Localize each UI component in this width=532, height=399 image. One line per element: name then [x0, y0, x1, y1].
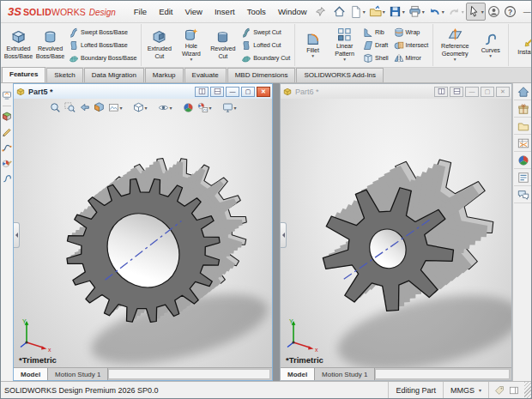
ribbon-button-lofted-boss-base[interactable]: Lofted Boss/Base: [67, 39, 138, 51]
appearance-edit-button[interactable]: [2, 158, 12, 168]
chevron-down-icon[interactable]: ▾: [481, 9, 484, 15]
pin-menu-icon[interactable]: [315, 6, 326, 17]
help-button[interactable]: ?: [502, 3, 518, 21]
feature-tree-collapse-handle[interactable]: [14, 222, 20, 248]
tile-h-button[interactable]: [450, 87, 463, 97]
ribbon-button-revolved-cut[interactable]: Revolved Cut: [207, 29, 239, 61]
appearances-tab[interactable]: [514, 152, 532, 169]
tab-evaluate[interactable]: Evaluate: [184, 68, 227, 82]
view-palette-tab[interactable]: [514, 135, 532, 152]
select-arrow-button[interactable]: ▾: [466, 3, 486, 21]
chevron-down-icon[interactable]: ▾: [462, 9, 464, 15]
chevron-down-icon[interactable]: ▾: [454, 57, 456, 63]
chevron-down-icon[interactable]: ▾: [119, 105, 122, 111]
viewport-part5-header[interactable]: Part5 * —▢✕: [14, 84, 272, 99]
previous-view-button[interactable]: [77, 101, 90, 114]
edit-part-button[interactable]: [2, 112, 12, 122]
pin-menu-icon[interactable]: [315, 6, 326, 17]
ribbon-button-swept-cut[interactable]: Swept Cut: [239, 26, 292, 39]
chevron-down-icon[interactable]: ▾: [422, 9, 425, 15]
tab-sketch[interactable]: Sketch: [46, 68, 82, 82]
doc-tab-model[interactable]: Model: [14, 368, 48, 380]
ribbon-button-boundary-boss-base[interactable]: Boundary Boss/Base: [67, 51, 138, 64]
viewport-part6-header[interactable]: Part6 * —▢✕: [281, 84, 511, 99]
ribbon-button-revolved-boss-base[interactable]: Revolved Boss/Base: [34, 29, 66, 61]
annotation-views-button[interactable]: ▾: [106, 101, 123, 114]
menu-file[interactable]: File: [128, 3, 153, 20]
tab-data-migration[interactable]: Data Migration: [84, 68, 144, 82]
ribbon-button-draft[interactable]: Draft: [361, 39, 390, 51]
account-button[interactable]: [486, 3, 502, 21]
restore-button[interactable]: ▢: [241, 87, 255, 97]
ribbon-button-curves[interactable]: Curves▾: [475, 31, 506, 60]
menu-view[interactable]: View: [179, 3, 209, 20]
ribbon-button-shell[interactable]: Shell: [361, 51, 390, 64]
ribbon-button-swept-boss-base[interactable]: Swept Boss/Base: [67, 26, 138, 39]
ribbon-button-boundary-cut[interactable]: Boundary Cut: [239, 51, 292, 64]
chevron-down-icon[interactable]: ▾: [383, 9, 385, 15]
resize-grip[interactable]: [524, 382, 531, 398]
ribbon-button-rib[interactable]: Rib: [361, 26, 390, 39]
model-canvas-part6[interactable]: Yx *Trimetric: [281, 99, 511, 367]
section-view-button[interactable]: [92, 101, 105, 114]
print-button[interactable]: ▾: [407, 3, 426, 21]
ribbon-button-extruded-cut[interactable]: Extruded Cut: [143, 29, 175, 61]
ribbon-button-hole-wizard[interactable]: Hole Wizard▾: [175, 27, 207, 63]
tile-h-button[interactable]: [210, 87, 224, 97]
chevron-down-icon[interactable]: ▾: [402, 9, 405, 15]
ribbon-button-wrap[interactable]: Wrap: [392, 26, 431, 39]
home-button[interactable]: [331, 3, 348, 21]
new-doc-button[interactable]: ▾: [348, 3, 367, 21]
model-canvas-part5[interactable]: ▾▾▾▾▾ Yx *Trimetric: [14, 99, 272, 367]
chevron-down-icon[interactable]: ▾: [169, 105, 172, 111]
restore-button[interactable]: ▢: [481, 87, 494, 97]
chevron-down-icon[interactable]: ▾: [442, 9, 444, 15]
close-button[interactable]: ✕: [257, 87, 270, 97]
tile-v-button[interactable]: [195, 87, 209, 97]
chevron-down-icon[interactable]: ▾: [489, 54, 492, 59]
resources-tab[interactable]: [514, 100, 532, 118]
menu-edit[interactable]: Edit: [153, 3, 178, 20]
curve-button[interactable]: [2, 173, 12, 184]
chevron-down-icon[interactable]: ▾: [343, 57, 346, 63]
minimize-button[interactable]: —: [226, 87, 239, 97]
chevron-down-icon[interactable]: ▾: [209, 105, 212, 111]
minimize-button[interactable]: —: [518, 4, 532, 20]
chevron-down-icon[interactable]: ▾: [190, 57, 192, 63]
open-folder-button[interactable]: ▾: [367, 3, 387, 21]
tab-solidworks-add-ins[interactable]: SOLIDWORKS Add-Ins: [296, 68, 384, 82]
doc-tab-motion-study-1[interactable]: Motion Study 1: [315, 368, 375, 380]
ribbon-button-mirror[interactable]: Mirror: [392, 51, 431, 64]
doc-tab-motion-study-1[interactable]: Motion Study 1: [48, 368, 108, 380]
tab-features[interactable]: Features: [2, 67, 45, 82]
close-button[interactable]: ✕: [496, 87, 510, 97]
chevron-down-icon[interactable]: ▾: [234, 105, 237, 111]
colorball-button[interactable]: [182, 101, 195, 114]
zoom-fit-button[interactable]: [48, 101, 61, 114]
redo-button[interactable]: ▾: [446, 3, 466, 21]
save-button[interactable]: ▾: [387, 3, 407, 21]
panel-button[interactable]: [509, 385, 519, 396]
tag-button[interactable]: [494, 385, 505, 396]
eye-button[interactable]: ▾: [156, 101, 172, 114]
menu-window[interactable]: Window: [272, 3, 313, 20]
chevron-down-icon[interactable]: ▾: [311, 54, 314, 59]
tab-markup[interactable]: Markup: [145, 68, 184, 82]
sketch-button[interactable]: [2, 127, 12, 137]
chevron-down-icon[interactable]: ▾: [363, 9, 366, 15]
ribbon-button-lofted-cut[interactable]: Lofted Cut: [239, 39, 292, 51]
menu-insert[interactable]: Insert: [209, 3, 241, 20]
ribbon-button-intersect[interactable]: Intersect: [392, 39, 431, 51]
ribbon-button-instant3d[interactable]: Instant3D: [511, 33, 532, 57]
viewport-divider[interactable]: [273, 83, 280, 381]
tile-v-button[interactable]: [434, 87, 448, 97]
tab-mbd-dimensions[interactable]: MBD Dimensions: [227, 68, 296, 82]
scene-button[interactable]: ▾: [196, 101, 213, 114]
file-explorer-tab[interactable]: [514, 118, 532, 135]
menu-tools[interactable]: Tools: [241, 3, 272, 20]
custom-properties-tab[interactable]: [514, 169, 532, 186]
feature-tree-collapse-handle[interactable]: [281, 222, 287, 248]
units-selector[interactable]: MMGS▾: [443, 382, 488, 398]
monitor-button[interactable]: ▾: [221, 101, 238, 114]
undo-button[interactable]: ▾: [426, 3, 446, 21]
